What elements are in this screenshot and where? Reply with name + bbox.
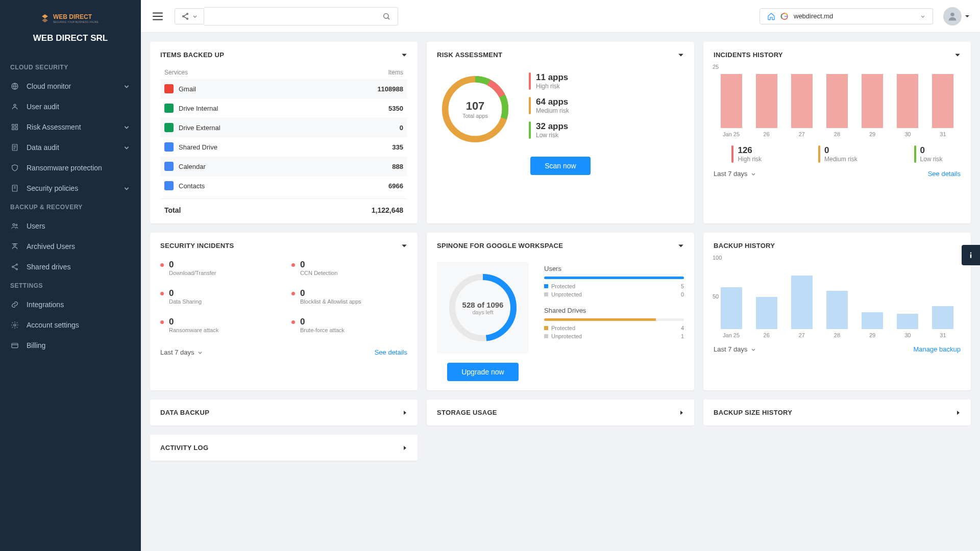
svg-point-13	[16, 264, 18, 265]
service-count: 0	[400, 124, 403, 132]
days-value: 528 of 1096	[462, 300, 504, 309]
bar: 28	[826, 74, 848, 137]
sidebar-item-user-audit[interactable]: User audit	[0, 96, 141, 117]
col-items: Items	[388, 69, 403, 76]
risk-assessment-card: RISK ASSESSMENT 107 Total apps	[427, 42, 694, 223]
collapse-icon[interactable]	[401, 243, 407, 249]
bar: 31	[932, 306, 953, 338]
link-icon	[10, 300, 19, 309]
time-filter[interactable]: Last 7 days	[714, 170, 756, 178]
risk-item: 64 appsMedium risk	[529, 97, 569, 114]
search-box	[204, 7, 398, 26]
share-button[interactable]	[175, 8, 204, 24]
bar: 29	[862, 74, 883, 137]
service-count: 1108988	[377, 85, 403, 93]
summary-item: 126High risk	[731, 145, 762, 163]
y-axis-label: 25	[713, 64, 719, 70]
chevron-down-icon	[124, 83, 131, 89]
time-filter[interactable]: Last 7 days	[160, 348, 203, 356]
home-icon	[767, 12, 775, 20]
bar: 26	[756, 74, 777, 137]
sidebar-item-account-settings[interactable]: Account settings	[0, 315, 141, 335]
see-details-link[interactable]: See details	[928, 170, 961, 178]
backup-size-history-card[interactable]: BACKUP SIZE HISTORY	[703, 399, 971, 425]
collapse-icon[interactable]	[678, 52, 684, 58]
chevron-down-icon	[124, 144, 131, 151]
manage-backup-link[interactable]: Manage backup	[913, 345, 961, 353]
service-count: 335	[392, 143, 403, 151]
time-filter[interactable]: Last 7 days	[714, 345, 756, 353]
svg-point-15	[16, 268, 18, 270]
logo: WEB DIRECTSECURING YOUR BUSINESS ONLINE	[0, 10, 141, 26]
service-count: 5350	[388, 105, 403, 112]
collapse-icon[interactable]	[401, 52, 407, 58]
incident-metric: 0Ransomware attack	[160, 317, 276, 333]
days-left-chart: 528 of 1096 days left	[437, 262, 529, 354]
avatar[interactable]	[943, 7, 962, 26]
service-name: Contacts	[179, 182, 205, 190]
google-icon	[780, 12, 789, 20]
service-icon	[164, 123, 174, 132]
sidebar-item-security-policies[interactable]: Security policies	[0, 178, 141, 198]
sidebar-item-label: Integrations	[27, 300, 64, 309]
incident-metric: 0CCN Detection	[291, 260, 407, 276]
sidebar-item-label: User audit	[27, 103, 59, 111]
total-apps-value: 107	[462, 99, 488, 113]
sidebar-item-ransomware-protection[interactable]: Ransomware protection	[0, 158, 141, 178]
summary-item: 0Low risk	[914, 145, 943, 163]
storage-usage-card[interactable]: STORAGE USAGE	[427, 399, 694, 425]
search-icon[interactable]	[375, 12, 398, 20]
sidebar-item-data-audit[interactable]: Data audit	[0, 137, 141, 158]
service-name: Drive External	[179, 124, 220, 132]
domain-selector[interactable]: webdirect.md	[760, 8, 933, 24]
card-title: ITEMS BACKED UP	[160, 51, 224, 59]
upgrade-now-button[interactable]: Upgrade now	[447, 363, 518, 381]
drives-progress	[544, 318, 684, 321]
days-label: days left	[462, 309, 504, 315]
collapse-icon[interactable]	[678, 243, 684, 249]
bar: 28	[826, 291, 848, 338]
bar: Jan 25	[721, 287, 742, 339]
svg-rect-30	[970, 254, 972, 258]
section-label: SETTINGS	[0, 277, 141, 294]
sidebar-item-risk-assessment[interactable]: Risk Assessment	[0, 117, 141, 137]
card-title: INCIDENTS HISTORY	[714, 51, 783, 59]
card-title: RISK ASSESSMENT	[437, 51, 502, 59]
service-icon	[164, 142, 174, 152]
total-apps-label: Total apps	[462, 113, 488, 119]
menu-toggle-icon[interactable]	[151, 10, 164, 23]
sidebar-item-label: Data audit	[27, 143, 59, 152]
activity-log-card[interactable]: ACTIVITY LOG	[150, 435, 418, 461]
summary-item: 0Medium risk	[818, 145, 857, 163]
svg-point-11	[16, 224, 17, 226]
total-label: Total	[164, 206, 181, 214]
share-icon	[10, 262, 19, 271]
scan-now-button[interactable]: Scan now	[530, 157, 590, 175]
sidebar-item-label: Security policies	[27, 184, 78, 192]
service-icon	[164, 104, 174, 113]
sidebar-item-label: Archived Users	[27, 242, 75, 251]
chevron-down-icon[interactable]	[965, 14, 970, 19]
bar: 26	[756, 297, 777, 338]
expand-icon	[955, 410, 961, 416]
sidebar-item-cloud-monitor[interactable]: Cloud monitor	[0, 76, 141, 96]
collapse-icon[interactable]	[954, 52, 961, 58]
sidebar-item-integrations[interactable]: Integrations	[0, 294, 141, 315]
svg-point-10	[13, 223, 15, 226]
svg-text:SECURING YOUR BUSINESS ONLINE: SECURING YOUR BUSINESS ONLINE	[53, 20, 99, 23]
chevron-down-icon	[920, 14, 925, 19]
search-input[interactable]	[204, 12, 375, 20]
sidebar-item-archived-users[interactable]: Archived Users	[0, 236, 141, 257]
data-backup-card[interactable]: DATA BACKUP	[150, 399, 418, 425]
expand-icon	[402, 410, 407, 416]
sidebar-item-billing[interactable]: Billing	[0, 335, 141, 356]
drives-title: Shared Drives	[544, 307, 684, 314]
svg-rect-17	[12, 343, 18, 348]
grid-icon	[10, 122, 19, 132]
y-axis-label: 100	[713, 255, 722, 261]
see-details-link[interactable]: See details	[375, 348, 407, 356]
sidebar-item-shared-drives[interactable]: Shared drives	[0, 257, 141, 277]
info-tab[interactable]	[962, 245, 980, 265]
archive-icon	[10, 242, 19, 251]
sidebar-item-users[interactable]: Users	[0, 216, 141, 236]
